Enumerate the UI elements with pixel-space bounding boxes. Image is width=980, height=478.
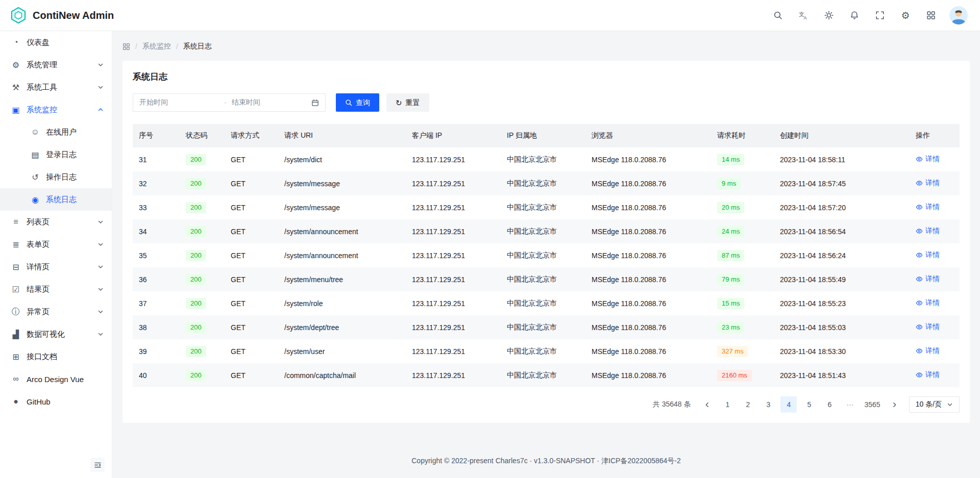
link-icon: ∞ [11, 374, 21, 384]
layout-grid-icon[interactable] [926, 10, 936, 20]
sidebar-item-github[interactable]: ●GitHub [0, 390, 112, 413]
log-row: 34200GET/system/announcement123.117.129.… [133, 219, 960, 243]
calendar-icon [311, 99, 319, 107]
settings-gear-icon[interactable]: ⚙ [900, 10, 911, 20]
sidebar-item-label: 系统日志 [46, 195, 77, 205]
ip-location: 中国北京北京市 [501, 147, 585, 171]
fullscreen-icon[interactable] [875, 10, 885, 20]
avatar[interactable] [949, 6, 968, 24]
chevron-down-icon [97, 286, 104, 292]
ip-location: 中国北京北京市 [501, 315, 585, 339]
page-2[interactable]: 2 [740, 396, 756, 413]
sidebar-item-label: 异常页 [27, 307, 50, 317]
log-row: 40200GET/common/captcha/mail123.117.129.… [133, 363, 960, 387]
apps-grid-icon[interactable] [122, 43, 130, 51]
sidebar-item-label: 在线用户 [46, 128, 77, 137]
detail-link[interactable]: 详情 [916, 203, 940, 212]
sidebar-item-api-doc[interactable]: ⊞接口文档 [0, 345, 112, 368]
browser: MSEdge 118.0.2088.76 [585, 339, 711, 363]
page-5[interactable]: 5 [801, 396, 817, 413]
browser: MSEdge 118.0.2088.76 [585, 243, 711, 267]
filter-bar: 开始时间 - 结束时间 查询 ↻ 重置 [133, 93, 960, 112]
detail-link[interactable]: 详情 [916, 155, 940, 164]
page-6[interactable]: 6 [821, 396, 838, 413]
sidebar-item-label: 仪表盘 [27, 38, 50, 47]
search-button[interactable]: 查询 [336, 93, 379, 112]
next-page-icon[interactable] [887, 396, 903, 413]
detail-link[interactable]: 详情 [916, 322, 940, 332]
client-ip: 123.117.129.251 [406, 267, 501, 291]
sidebar-item-list-page[interactable]: ≡列表页 [0, 211, 112, 233]
duration-badge: 327 ms [717, 346, 748, 357]
sidebar-item-label: Arco Design Vue [27, 375, 84, 384]
collapse-sidebar-icon[interactable] [90, 458, 105, 472]
created-time: 2023-11-04 18:53:30 [774, 339, 910, 363]
breadcrumb-parent[interactable]: 系统监控 [142, 42, 171, 51]
detail-link[interactable]: 详情 [916, 250, 940, 260]
sidebar-item-arco-design-vue[interactable]: ∞Arco Design Vue [0, 368, 112, 390]
chevron-down-icon [97, 264, 104, 270]
page-3565[interactable]: 3565 [862, 396, 882, 413]
row-no: 33 [133, 195, 180, 219]
sidebar-item-system-management[interactable]: ⚙系统管理 [0, 54, 112, 76]
request-method: GET [225, 195, 278, 219]
footer-copyright: Copyright © 2022-present Charles7c · v1.… [112, 457, 980, 466]
row-no: 37 [133, 291, 180, 315]
sidebar-item-result-page[interactable]: ☑结果页 [0, 278, 112, 300]
duration-badge: 87 ms [717, 250, 744, 261]
sidebar-item-system-monitor[interactable]: ▣系统监控 [0, 98, 112, 121]
sidebar-item-online-users[interactable]: ☺在线用户 [0, 121, 112, 143]
sidebar-item-system-tools[interactable]: ⚒系统工具 [0, 76, 112, 98]
sidebar-item-form-page[interactable]: ≣表单页 [0, 233, 112, 256]
app-logo-icon [9, 6, 28, 24]
page-3[interactable]: 3 [760, 396, 776, 413]
page-1[interactable]: 1 [719, 396, 736, 413]
duration-badge: 20 ms [717, 202, 744, 213]
sidebar-item-label: 表单页 [27, 240, 50, 249]
translate-icon[interactable]: 文A [798, 10, 808, 20]
theme-light-icon[interactable] [824, 10, 834, 20]
search-icon[interactable] [773, 10, 783, 20]
sidebar-item-dashboard[interactable]: ◔仪表盘 [0, 31, 112, 54]
duration-badge: 15 ms [717, 298, 744, 309]
browser: MSEdge 118.0.2088.76 [585, 219, 711, 243]
status-badge: 200 [186, 274, 206, 285]
page-4[interactable]: 4 [780, 396, 797, 413]
detail-link[interactable]: 详情 [916, 346, 940, 356]
detail-link[interactable]: 详情 [916, 370, 940, 380]
list-icon: ≡ [11, 217, 21, 227]
ip-location: 中国北京北京市 [501, 267, 585, 291]
sidebar-item-exception-page[interactable]: ⓘ异常页 [0, 300, 112, 323]
detail-link[interactable]: 详情 [916, 274, 940, 284]
created-time: 2023-11-04 18:57:20 [774, 195, 910, 219]
column-header: IP 归属地 [501, 124, 585, 147]
operation-log-icon: ↺ [30, 172, 40, 182]
browser: MSEdge 118.0.2088.76 [585, 315, 711, 339]
github-icon: ● [11, 397, 21, 406]
detail-link[interactable]: 详情 [916, 227, 940, 236]
prev-page-icon[interactable] [699, 396, 715, 413]
pagination-total: 共 35648 条 [653, 400, 691, 409]
page-size-select[interactable]: 10 条/页 [909, 396, 960, 413]
detail-link[interactable]: 详情 [916, 179, 940, 188]
browser: MSEdge 118.0.2088.76 [585, 147, 711, 171]
reset-button[interactable]: ↻ 重置 [386, 93, 429, 112]
date-range-picker[interactable]: 开始时间 - 结束时间 [133, 93, 326, 112]
column-header: 序号 [133, 124, 180, 147]
sidebar-item-system-log[interactable]: ◉系统日志 [0, 188, 112, 211]
sidebar-item-operation-log[interactable]: ↺操作日志 [0, 166, 112, 188]
sidebar-item-detail-page[interactable]: ⊟详情页 [0, 256, 112, 278]
ip-location: 中国北京北京市 [501, 219, 585, 243]
sidebar-item-data-visualization[interactable]: ▟数据可视化 [0, 323, 112, 345]
log-table: 序号状态码请求方式请求 URI客户端 IPIP 归属地浏览器请求耗时创建时间操作… [133, 124, 960, 387]
sidebar-item-login-log[interactable]: ▤登录日志 [0, 143, 112, 166]
notification-bell-icon[interactable] [849, 10, 860, 20]
detail-link[interactable]: 详情 [916, 298, 940, 308]
pagination-more[interactable]: ··· [842, 396, 858, 413]
monitor-icon: ▣ [11, 105, 21, 115]
eye-icon [916, 347, 923, 355]
breadcrumb-separator: / [135, 42, 137, 51]
ip-location: 中国北京北京市 [501, 363, 585, 387]
client-ip: 123.117.129.251 [406, 315, 501, 339]
created-time: 2023-11-04 18:56:24 [774, 243, 910, 267]
